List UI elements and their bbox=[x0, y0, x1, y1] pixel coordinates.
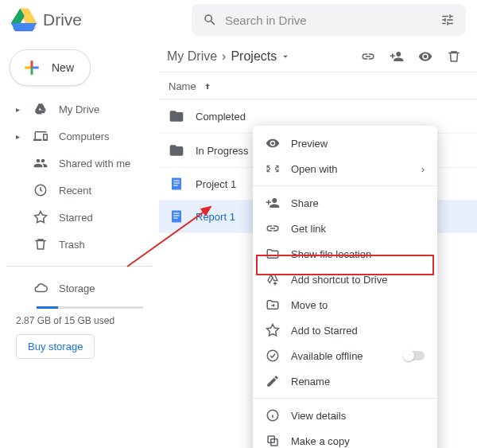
person-add-icon[interactable] bbox=[390, 49, 404, 64]
app-header: Drive bbox=[0, 0, 477, 40]
sidebar-item-starred[interactable]: Starred bbox=[6, 204, 153, 231]
sort-arrow-icon bbox=[203, 82, 212, 92]
copy-icon bbox=[266, 434, 280, 448]
ctx-show-location[interactable]: Show file location bbox=[253, 241, 437, 267]
star-icon bbox=[266, 323, 280, 337]
svg-rect-10 bbox=[172, 178, 181, 190]
app-name: Drive bbox=[43, 10, 82, 29]
sidebar-item-recent[interactable]: Recent bbox=[6, 177, 153, 204]
ctx-add-shortcut[interactable]: Add shortcut to Drive bbox=[253, 267, 437, 292]
toolbar-actions bbox=[361, 49, 461, 64]
devices-icon bbox=[33, 129, 48, 143]
breadcrumb-current-label: Projects bbox=[231, 49, 277, 64]
ctx-label: Get link bbox=[291, 223, 425, 235]
search-input[interactable] bbox=[225, 14, 432, 27]
info-icon bbox=[266, 408, 280, 423]
folder-outline-icon bbox=[266, 247, 280, 261]
ctx-view-details[interactable]: View details bbox=[253, 403, 437, 428]
svg-rect-11 bbox=[173, 181, 180, 181]
eye-icon bbox=[266, 136, 280, 150]
drive-icon bbox=[33, 102, 48, 116]
sidebar-item-label: Computers bbox=[59, 131, 110, 142]
chevron-right-icon: ▸ bbox=[13, 105, 22, 114]
sidebar-item-label: My Drive bbox=[59, 103, 99, 115]
sidebar-item-label: Recent bbox=[59, 185, 91, 197]
ctx-move-to[interactable]: Move to bbox=[253, 292, 437, 317]
people-icon bbox=[33, 156, 48, 170]
ctx-label: Share bbox=[291, 197, 425, 209]
ctx-open-with[interactable]: Open with› bbox=[253, 156, 437, 181]
ctx-share[interactable]: Share bbox=[253, 190, 437, 216]
svg-rect-17 bbox=[173, 218, 177, 219]
svg-marker-5 bbox=[11, 23, 37, 30]
ctx-get-link[interactable]: Get link bbox=[253, 216, 437, 241]
ctx-make-copy[interactable]: Make a copy bbox=[253, 428, 437, 448]
toolbar-row: My Drive › Projects bbox=[159, 40, 477, 72]
breadcrumb-current[interactable]: Projects bbox=[231, 49, 291, 64]
breadcrumb-root[interactable]: My Drive bbox=[167, 49, 217, 64]
sidebar-item-label: Shared with me bbox=[59, 158, 130, 169]
sidebar-item-mydrive[interactable]: ▸ My Drive bbox=[6, 95, 153, 123]
ctx-available-offline[interactable]: Available offline bbox=[253, 343, 437, 368]
ctx-label: Add shortcut to Drive bbox=[291, 274, 425, 286]
ctx-preview[interactable]: Preview bbox=[253, 131, 437, 156]
ctx-add-starred[interactable]: Add to Starred bbox=[253, 317, 437, 343]
breadcrumb: My Drive › Projects bbox=[167, 49, 291, 64]
ctx-label: Add to Starred bbox=[291, 325, 425, 337]
new-button-label: New bbox=[52, 61, 74, 74]
ctx-label: Available offline bbox=[291, 350, 393, 362]
sidebar-item-shared[interactable]: Shared with me bbox=[6, 150, 153, 177]
trash-icon[interactable] bbox=[447, 49, 461, 64]
chevron-right-icon: › bbox=[222, 49, 226, 64]
storage-text: 2.87 GB of 15 GB used bbox=[16, 315, 143, 326]
chevron-right-icon: › bbox=[421, 163, 425, 175]
app-logo[interactable]: Drive bbox=[11, 7, 82, 33]
sidebar-item-storage[interactable]: Storage bbox=[6, 275, 153, 302]
column-name-label: Name bbox=[169, 80, 196, 92]
svg-rect-12 bbox=[173, 183, 180, 184]
ctx-label: View details bbox=[291, 410, 425, 422]
rename-icon bbox=[266, 374, 280, 388]
svg-marker-19 bbox=[268, 275, 273, 283]
docs-icon bbox=[169, 177, 184, 191]
svg-rect-13 bbox=[173, 185, 177, 186]
chevron-right-icon: ▸ bbox=[13, 132, 22, 141]
sidebar: New ▸ My Drive ▸ Computers Shared with m… bbox=[0, 40, 159, 448]
ctx-label: Show file location bbox=[291, 248, 425, 260]
person-add-icon bbox=[266, 196, 280, 210]
link-icon[interactable] bbox=[361, 49, 375, 64]
column-header[interactable]: Name bbox=[159, 72, 477, 99]
clock-icon bbox=[33, 183, 48, 197]
buy-storage-button[interactable]: Buy storage bbox=[16, 334, 95, 359]
sidebar-item-trash[interactable]: Trash bbox=[6, 231, 153, 258]
file-name: Report 1 bbox=[196, 211, 235, 223]
svg-marker-8 bbox=[35, 111, 46, 114]
sidebar-item-label: Trash bbox=[59, 239, 85, 251]
storage-meter bbox=[37, 306, 143, 309]
plus-icon bbox=[21, 57, 42, 78]
ctx-label: Preview bbox=[291, 138, 425, 150]
tune-icon[interactable] bbox=[440, 13, 455, 27]
cloud-icon bbox=[33, 281, 48, 295]
move-icon bbox=[266, 298, 280, 312]
ctx-rename[interactable]: Rename bbox=[253, 368, 437, 394]
offline-toggle[interactable] bbox=[404, 351, 425, 360]
sidebar-item-computers[interactable]: ▸ Computers bbox=[6, 123, 153, 150]
search-icon bbox=[203, 13, 217, 27]
link-icon bbox=[266, 221, 280, 236]
file-name: Project 1 bbox=[196, 178, 236, 190]
search-bar[interactable] bbox=[192, 4, 466, 36]
file-name: Completed bbox=[196, 111, 246, 123]
folder-icon bbox=[169, 142, 184, 158]
drive-logo-icon bbox=[11, 7, 37, 33]
docs-icon bbox=[169, 209, 184, 224]
context-menu: Preview Open with› Share Get link Show f… bbox=[253, 126, 437, 448]
folder-icon bbox=[169, 108, 184, 124]
svg-rect-16 bbox=[173, 216, 180, 216]
openwith-icon bbox=[266, 162, 280, 176]
sidebar-item-label: Starred bbox=[59, 212, 93, 224]
eye-icon[interactable] bbox=[418, 49, 432, 64]
dropdown-icon bbox=[280, 51, 291, 62]
file-name: In Progress bbox=[196, 145, 248, 157]
new-button[interactable]: New bbox=[10, 49, 91, 86]
